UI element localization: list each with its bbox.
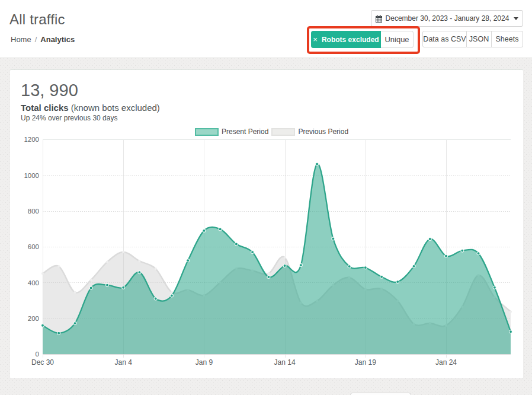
svg-text:Jan 19: Jan 19 [355,358,376,367]
svg-text:800: 800 [28,208,39,215]
svg-text:1000: 1000 [24,172,39,179]
svg-text:0: 0 [36,351,39,358]
svg-text:1200: 1200 [24,136,39,143]
svg-text:Jan 9: Jan 9 [196,358,213,367]
svg-text:Dec 30: Dec 30 [31,358,54,367]
svg-text:400: 400 [28,279,39,286]
svg-text:600: 600 [28,243,39,250]
svg-text:200: 200 [28,315,39,322]
svg-text:Jan 4: Jan 4 [115,358,133,367]
svg-text:Jan 24: Jan 24 [435,358,457,367]
svg-text:Jan 14: Jan 14 [274,358,296,367]
